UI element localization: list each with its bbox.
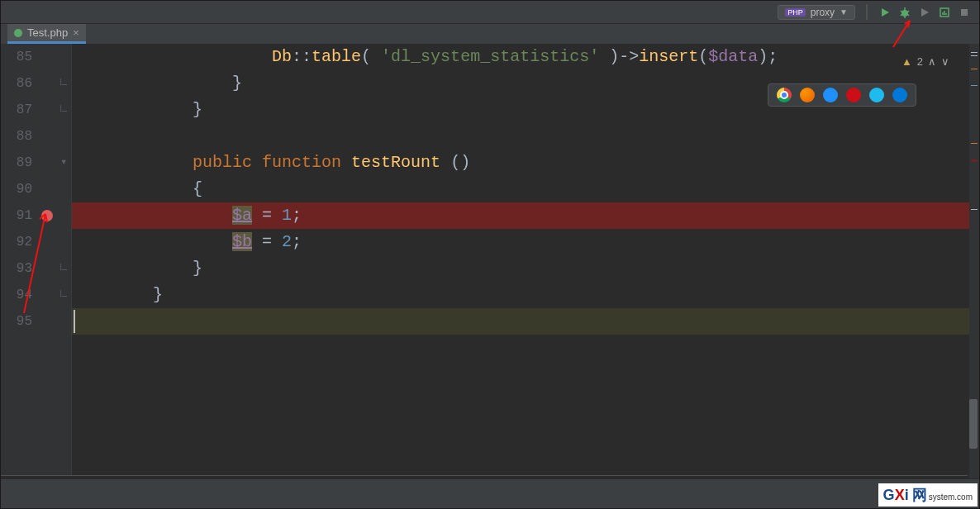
php-badge-icon: PHP [785,8,806,17]
line-number[interactable]: 91 [1,202,32,229]
token-punc: ); [758,47,778,66]
token-kw: function [262,153,341,172]
token-varhl: $b [232,232,252,251]
token-str: 'dl_system_statistics' [381,47,599,66]
svg-rect-2 [961,9,968,16]
token-punc: ; [292,206,302,225]
token-punc: } [74,285,163,304]
line-number[interactable]: 85 [1,44,32,70]
token-punc [74,206,232,225]
line-number[interactable]: 87 [1,97,32,123]
run-config-name: proxy [811,7,835,18]
line-number[interactable]: 92 [1,229,32,255]
code-line[interactable] [72,308,969,335]
run-config-selector[interactable]: PHP proxy ▼ [778,5,855,20]
line-number[interactable]: 95 [1,308,32,335]
token-paren: ( [361,47,381,66]
editor-tabs: Test.php × [1,24,979,44]
token-punc [74,153,193,172]
token-kw: public [193,153,252,172]
token-fn: testRount [351,153,440,172]
code-line[interactable]: Db::table( 'dl_system_statistics' )->ins… [72,44,969,70]
fold-close-icon[interactable]: ∟ [60,102,67,115]
token-punc: ; [292,232,302,251]
watermark: GXi 网 system.com [878,483,978,507]
token-punc [74,232,232,251]
token-punc: } [74,100,202,119]
line-number[interactable]: 88 [1,123,32,150]
fold-gutter[interactable]: ∟∟▾∟∟ [57,44,72,480]
code-line[interactable]: } [72,255,969,282]
token-static: Db [272,47,292,66]
breakpoint-gutter[interactable] [37,44,57,480]
token-var: $data [708,47,758,66]
toolbar-divider: | [862,2,872,21]
status-bar [1,478,979,508]
token-punc [341,153,351,172]
line-number[interactable]: 89 [1,150,32,176]
wm-net: 网 [912,485,927,505]
svg-point-0 [902,10,908,17]
token-punc: { [74,179,202,198]
token-punc [252,153,262,172]
token-op: = [252,206,282,225]
code-area[interactable]: ▲ 2 ∧ ∨ Db::table( 'dl_system_statistics… [72,44,969,480]
token-paren: () [440,153,470,172]
token-punc: } [74,259,202,278]
token-fn: table [312,47,361,66]
code-line[interactable]: } [72,97,969,123]
line-number[interactable]: 94 [1,282,32,308]
chevron-down-icon: ▼ [840,7,848,17]
fold-close-icon[interactable]: ∟ [60,75,67,88]
token-num: 1 [282,206,292,225]
editor: 8586878889909192939495 ∟∟▾∟∟ ▲ 2 ∧ ∨ Db:… [1,44,979,480]
code-line[interactable]: } [72,70,969,97]
token-fn: insert [639,47,698,66]
code-line[interactable]: $b = 2; [72,229,969,255]
fold-close-icon[interactable]: ∟ [60,260,67,274]
token-arrow: -> [619,47,639,66]
run-icon[interactable] [878,6,892,19]
code-line[interactable]: { [72,176,969,202]
file-type-icon [14,29,22,37]
token-punc [74,47,272,66]
stop-icon[interactable] [958,6,971,19]
tab-title: Test.php [27,26,68,39]
line-number[interactable]: 93 [1,255,32,282]
wm-domain: system.com [929,492,973,502]
fold-close-icon[interactable]: ∟ [60,287,67,300]
wm-x: X [895,487,905,504]
fold-open-icon[interactable]: ▾ [60,155,67,169]
wm-g: G [883,487,895,504]
debug-icon[interactable] [898,6,911,19]
token-paren: ( [698,47,708,66]
line-number-gutter[interactable]: 8586878889909192939495 [1,44,37,480]
breakpoint-icon[interactable] [41,210,53,221]
caret [74,310,75,333]
main-toolbar: PHP proxy ▼ | [1,1,979,24]
token-num: 2 [282,232,292,251]
profile-icon[interactable] [938,6,951,19]
code-line[interactable]: public function testRount () [72,150,969,176]
scrollbar-thumb[interactable] [969,399,978,449]
wm-i: i [905,487,909,504]
code-line[interactable]: $a = 1; [72,202,969,229]
code-line[interactable]: } [72,282,969,308]
token-op: = [252,232,282,251]
line-number[interactable]: 90 [1,176,32,202]
coverage-icon[interactable] [918,6,931,19]
line-number[interactable]: 86 [1,70,32,97]
code-line[interactable] [72,123,969,150]
token-varhl: $a [232,206,252,225]
tab-test-php[interactable]: Test.php × [7,24,86,44]
close-icon[interactable]: × [73,26,79,39]
token-op: :: [292,47,312,66]
token-paren: ) [599,47,619,66]
token-punc: } [74,74,242,93]
